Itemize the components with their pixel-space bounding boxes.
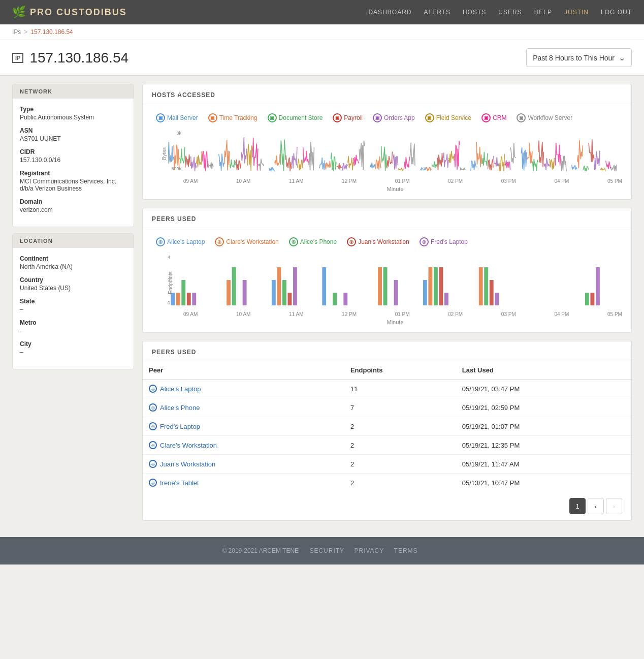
host-icon-item[interactable]: ▣ Payroll [329, 111, 367, 124]
last-used-cell: 05/13/21, 10:47 PM [456, 474, 631, 492]
table-row: ◎ Fred's Laptop 2 05/19/21, 01:07 PM [143, 417, 631, 436]
peers-x-label: 02 PM [448, 311, 463, 317]
peer-icon: ◎ [149, 479, 157, 487]
peer-link[interactable]: ◎ Fred's Laptop [149, 422, 338, 430]
peer-icon-item[interactable]: ◎ Juan's Workstation [343, 235, 413, 248]
page-1-button[interactable]: 1 [569, 498, 586, 514]
metro-value: – [20, 327, 126, 334]
nav-users[interactable]: USERS [498, 9, 522, 16]
hosts-accessed-body: ▣ Mail Server ▣ Time Tracking ▣ Document… [143, 104, 631, 199]
endpoints-cell: 2 [344, 474, 456, 492]
last-used-cell: 05/19/21, 12:35 PM [456, 436, 631, 455]
peers-x-label: 12 PM [342, 311, 357, 317]
peer-link[interactable]: ◎ Irene's Tablet [149, 479, 338, 487]
peer-icon-name: Alice's Laptop [167, 238, 205, 245]
host-icon-name: CRM [493, 114, 506, 121]
peers-table-panel: PEERS USED Peer Endpoints Last Used ◎ [142, 341, 632, 521]
peer-name: Alice's Laptop [160, 385, 201, 393]
peer-icons-row: ◎ Alice's Laptop ◎ Clare's Workstation ◎… [152, 235, 622, 248]
hosts-x-label: 03 PM [501, 178, 516, 184]
svg-rect-5 [227, 280, 231, 305]
peer-icon-name: Juan's Workstation [358, 238, 409, 245]
last-used-cell: 05/19/21, 11:47 AM [456, 455, 631, 474]
location-continent-row: Continent North America (NA) [20, 255, 126, 270]
peer-icon-item[interactable]: ◎ Alice's Laptop [152, 235, 209, 248]
hosts-x-labels: 09 AM10 AM11 AM12 PM01 PM02 PM03 PM04 PM… [168, 178, 622, 184]
host-icon-name: Document Store [279, 114, 323, 121]
title-group: IP 157.130.186.54 [12, 50, 128, 66]
svg-rect-30 [596, 267, 600, 305]
host-icon-item[interactable]: ▣ Orders App [369, 111, 419, 124]
host-icon-name: Payroll [344, 114, 363, 121]
main-content: NETWORK Type Public Autonomous System AS… [0, 76, 644, 529]
nav-user[interactable]: JUSTIN [564, 9, 589, 16]
breadcrumb: IPs > 157.130.186.54 [0, 24, 644, 40]
state-label: State [20, 298, 126, 305]
network-type-row: Type Public Autonomous System [20, 106, 126, 121]
peer-link[interactable]: ◎ Alice's Phone [149, 403, 338, 412]
nav-dashboard[interactable]: DASHBOARD [368, 9, 411, 16]
breadcrumb-parent[interactable]: IPs [12, 28, 21, 36]
host-icon-item[interactable]: ▣ Mail Server [152, 111, 202, 124]
endpoints-cell: 2 [344, 455, 456, 474]
nav-hosts[interactable]: HOSTS [463, 9, 486, 16]
svg-rect-14 [333, 293, 337, 305]
time-range-dropdown[interactable]: Past 8 Hours to This Hour ⌄ [526, 48, 632, 67]
peer-cell: ◎ Alice's Laptop [143, 380, 344, 398]
continent-label: Continent [20, 255, 126, 262]
hosts-x-label: 04 PM [554, 178, 569, 184]
nav-alerts[interactable]: ALERTS [424, 9, 450, 16]
location-country-row: Country United States (US) [20, 276, 126, 292]
nav-logout[interactable]: LOG OUT [601, 9, 632, 16]
last-used-cell: 05/19/21, 01:07 PM [456, 417, 631, 436]
host-icon-circle: ▣ [208, 113, 217, 122]
prev-page-button[interactable]: ‹ [588, 498, 604, 514]
host-icon-item[interactable]: ▣ CRM [477, 111, 510, 124]
footer-security[interactable]: SECURITY [309, 547, 344, 554]
peer-icon-item[interactable]: ◎ Alice's Phone [285, 235, 341, 248]
peer-name: Alice's Phone [160, 404, 200, 412]
peers-y-4: 4 [156, 255, 170, 260]
host-icon-item[interactable]: ▣ Time Tracking [204, 111, 262, 124]
svg-rect-27 [495, 293, 499, 305]
chevron-down-icon: ⌄ [619, 53, 625, 62]
nav-links: DASHBOARD ALERTS HOSTS USERS HELP JUSTIN… [368, 9, 632, 16]
peers-x-label: 03 PM [501, 311, 516, 317]
nav-help[interactable]: HELP [534, 9, 552, 16]
host-icon-circle: ▣ [517, 113, 526, 122]
hosts-chart-wrapper: 500k 0k Bytes 09 AM10 AM11 AM12 PM01 PM0… [152, 131, 622, 192]
svg-rect-16 [378, 267, 382, 305]
host-icon-circle: ▣ [373, 113, 382, 122]
peer-icon-item[interactable]: ◎ Fred's Laptop [415, 235, 472, 248]
peer-link[interactable]: ◎ Juan's Workstation [149, 460, 338, 468]
peers-x-title: Minute [168, 319, 622, 325]
peer-cell: ◎ Fred's Laptop [143, 417, 344, 436]
table-row: ◎ Alice's Phone 7 05/19/21, 02:59 PM [143, 398, 631, 417]
peers-chart-panel: PEERS USED ◎ Alice's Laptop ◎ Clare's Wo… [142, 208, 632, 333]
hosts-y-axis-labels: 500k 0k [168, 131, 183, 171]
host-icon-item[interactable]: ▣ Field Service [421, 111, 475, 124]
location-metro-row: Metro – [20, 319, 126, 334]
peer-icon-item[interactable]: ◎ Clare's Workstation [211, 235, 282, 248]
asn-value: AS701 UUNET [20, 135, 126, 142]
peers-y-label: Endpoints [168, 271, 173, 294]
footer-terms[interactable]: TERMS [394, 547, 418, 554]
footer-privacy[interactable]: PRIVACY [354, 547, 384, 554]
peer-link[interactable]: ◎ Clare's Workstation [149, 441, 338, 449]
host-icon-item[interactable]: ▣ Document Store [264, 111, 327, 124]
hosts-x-label: 10 AM [236, 178, 250, 184]
table-head: Peer Endpoints Last Used [143, 361, 631, 380]
next-page-button[interactable]: › [606, 498, 622, 514]
hosts-x-title: Minute [168, 186, 622, 192]
ip-icon: IP [12, 53, 23, 63]
peers-x-label: 05 PM [607, 311, 622, 317]
peers-table: Peer Endpoints Last Used ◎ Alice's Lapto… [143, 361, 631, 492]
svg-rect-17 [383, 267, 388, 305]
svg-rect-24 [479, 267, 483, 305]
peer-icon: ◎ [149, 422, 157, 430]
peers-x-label: 10 AM [236, 311, 250, 317]
svg-rect-13 [322, 267, 326, 305]
host-icon-item[interactable]: ▣ Workflow Server [512, 111, 576, 124]
peer-link[interactable]: ◎ Alice's Laptop [149, 385, 338, 393]
peers-x-label: 09 AM [183, 311, 198, 317]
